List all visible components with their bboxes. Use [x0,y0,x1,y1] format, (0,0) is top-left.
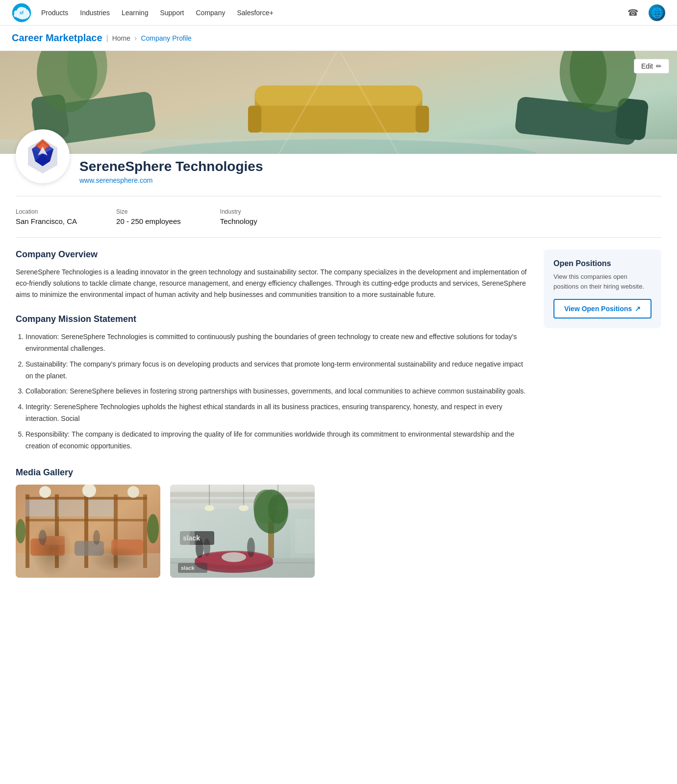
breadcrumb-home-link[interactable]: Home [112,34,130,42]
overview-title: Company Overview [16,249,528,260]
svg-rect-45 [45,536,65,545]
salesforce-logo[interactable]: sf [12,3,31,23]
phone-icon: ☎ [627,7,638,18]
svg-rect-32 [16,485,160,578]
phone-icon-button[interactable]: ☎ [625,5,641,21]
nav-support[interactable]: Support [160,9,184,17]
svg-rect-40 [25,519,147,521]
industry-label: Industry [220,208,257,215]
view-positions-label: View Open Positions [564,305,632,313]
nav-salesforceplus[interactable]: Salesforce+ [237,9,273,17]
svg-rect-57 [170,492,315,497]
mission-item-5: Responsibility: The company is dedicated… [25,429,528,452]
svg-rect-58 [170,499,315,503]
gallery-image-2-svg: slack [170,485,315,578]
svg-point-49 [93,530,100,545]
media-gallery-title: Media Gallery [16,467,661,478]
top-navigation: sf Products Industries Learning Support … [0,0,677,25]
main-content: Company Overview SereneSphere Technologi… [0,238,677,467]
svg-point-70 [268,494,288,524]
company-overview-section: Company Overview SereneSphere Technologi… [16,249,528,300]
company-meta: Location San Francisco, CA Size 20 - 250… [0,196,677,237]
svg-rect-36 [84,494,88,568]
breadcrumb-bar: Career Marketplace | Home › Company Prof… [0,25,677,51]
nav-company[interactable]: Company [196,9,226,17]
industry-value: Technology [220,217,257,225]
open-positions-card: Open Positions View this companies open … [544,249,661,328]
media-gallery-section: Media Gallery [0,467,677,593]
nav-icons: ☎ 🌐 [625,4,665,21]
external-link-icon: ↗ [635,305,641,313]
location-label: Location [16,208,77,215]
open-positions-title: Open Positions [553,259,652,268]
edit-button[interactable]: Edit ✏ [634,59,669,74]
nav-links: Products Industries Learning Support Com… [41,9,625,17]
svg-point-62 [239,505,249,511]
company-logo [23,137,62,176]
overview-text: SereneSphere Technologies is a leading i… [16,267,528,300]
svg-rect-6 [255,86,423,106]
content-left: Company Overview SereneSphere Technologi… [16,249,528,456]
size-label: Size [116,208,181,215]
mission-title: Company Mission Statement [16,314,528,324]
svg-rect-44 [30,539,65,556]
meta-industry: Industry Technology [220,208,257,225]
svg-point-74 [222,552,246,562]
svg-text:sf: sf [20,10,24,15]
breadcrumb-current-page: Company Profile [141,34,192,42]
location-value: San Francisco, CA [16,217,77,225]
svg-rect-34 [25,494,29,568]
company-header: SereneSphere Technologies www.serenesphe… [0,129,677,196]
svg-point-60 [204,505,214,511]
svg-rect-46 [75,541,104,556]
svg-point-48 [39,530,47,545]
svg-rect-53 [57,499,84,516]
breadcrumb-separator: | [106,34,108,43]
svg-rect-37 [114,494,118,568]
nav-products[interactable]: Products [41,9,68,17]
company-mission-section: Company Mission Statement Innovation: Se… [16,314,528,452]
svg-rect-38 [143,494,147,568]
svg-rect-83 [295,519,315,553]
svg-point-42 [82,485,96,497]
meta-location: Location San Francisco, CA [16,208,77,225]
mission-item-4: Integrity: SereneSphere Technologies uph… [25,401,528,425]
svg-rect-7 [248,106,261,133]
breadcrumb-separator-2: › [134,34,137,43]
svg-rect-47 [111,539,143,555]
svg-point-41 [39,486,51,498]
svg-point-51 [16,519,25,543]
meta-size: Size 20 - 250 employees [116,208,181,225]
svg-point-43 [127,486,139,498]
user-avatar[interactable]: 🌐 [649,4,665,21]
edit-label: Edit [641,62,653,70]
company-logo-wrapper [16,129,70,183]
svg-rect-82 [170,514,190,553]
media-gallery-grid: slack [16,485,661,578]
gallery-image-2: slack [170,485,315,578]
mission-item-2: Sustainability: The company's primary fo… [25,359,528,382]
company-website-link[interactable]: www.serenesphere.com [79,176,152,184]
mission-list: Innovation: SereneSphere Technologies is… [16,331,528,452]
mission-item-3: Collaboration: SereneSphere believes in … [25,386,528,397]
svg-rect-8 [416,106,429,133]
gallery-image-1-svg [16,485,160,578]
nav-industries[interactable]: Industries [80,9,110,17]
mission-item-1: Innovation: SereneSphere Technologies is… [25,331,528,355]
svg-rect-33 [16,553,160,578]
company-info: SereneSphere Technologies www.serenesphe… [79,129,263,184]
svg-rect-54 [88,499,114,516]
avatar-image: 🌐 [651,7,663,19]
edit-icon: ✏ [656,62,662,70]
svg-rect-52 [25,499,55,516]
gallery-image-1 [16,485,160,578]
open-positions-description: View this companies open positions on th… [553,272,652,291]
content-right: Open Positions View this companies open … [544,249,661,328]
nav-learning[interactable]: Learning [122,9,149,17]
svg-point-77 [247,538,255,557]
size-value: 20 - 250 employees [116,217,181,225]
svg-rect-39 [25,497,147,500]
view-open-positions-button[interactable]: View Open Positions ↗ [553,299,652,318]
svg-rect-35 [55,494,59,568]
svg-point-50 [147,514,159,543]
